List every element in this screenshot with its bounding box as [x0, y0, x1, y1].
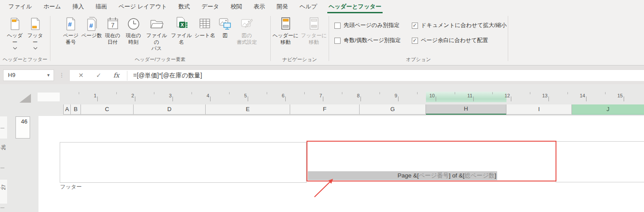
- ruler-number: 11: [455, 93, 472, 98]
- tab-data[interactable]: データ: [196, 0, 225, 13]
- page-number-button[interactable]: #ページ 番号: [61, 15, 81, 55]
- checked-checkbox-icon[interactable]: ✓: [412, 23, 418, 29]
- button-label: 図: [222, 32, 228, 39]
- tab-file[interactable]: ファイル: [3, 0, 38, 13]
- ruler-number: 3: [154, 93, 172, 98]
- column-header-B[interactable]: B: [71, 104, 81, 115]
- button-label: ファイルの パス: [144, 32, 169, 52]
- column-header-C[interactable]: C: [81, 104, 134, 115]
- chevron-down-icon: [13, 46, 17, 50]
- vertical-ruler-tick: [0, 208, 4, 208]
- ruler-tick: [248, 96, 248, 101]
- footer-icon: [28, 16, 43, 31]
- button-label: ヘッダー: [5, 32, 25, 45]
- checked-checkbox-icon[interactable]: ✓: [412, 38, 418, 44]
- tab-insert[interactable]: 挿入: [67, 0, 90, 13]
- ruler-number: 7: [304, 93, 322, 98]
- ruler-half-tick: [267, 92, 267, 94]
- group-label: オプション: [329, 56, 508, 63]
- tab-page-layout[interactable]: ページ レイアウト: [113, 0, 173, 13]
- column-header-D[interactable]: D: [134, 104, 206, 115]
- checkbox-label: ドキュメントに合わせて拡大/縮小: [421, 22, 507, 29]
- formula-bar-divider: [127, 71, 127, 81]
- column-header-H[interactable]: H: [426, 104, 506, 115]
- column-header-E[interactable]: E: [206, 104, 290, 115]
- vertical-ruler-tick: [0, 128, 4, 128]
- ruler-tick: [323, 96, 323, 101]
- footer-section-center[interactable]: Page &[ページ番号] of &[総ページ数]: [307, 141, 556, 181]
- tab-draw[interactable]: 描画: [90, 0, 113, 13]
- tab-home[interactable]: ホーム: [38, 0, 67, 13]
- ruler-half-tick: [229, 92, 230, 94]
- page-count-button[interactable]: #ページ数: [81, 15, 102, 55]
- svg-text:7: 7: [111, 22, 115, 29]
- cancel-button[interactable]: ✕: [73, 70, 88, 81]
- group-options: 先頭ページのみ別指定奇数/偶数ページ別指定✓ドキュメントに合わせて拡大/縮小✓ペ…: [329, 14, 508, 65]
- column-header-I[interactable]: I: [506, 104, 572, 115]
- tab-help[interactable]: ヘルプ: [294, 0, 323, 13]
- insert-function-button[interactable]: fx: [109, 70, 124, 81]
- ruler-number: 4: [192, 93, 209, 98]
- row-header-46[interactable]: 46: [15, 116, 30, 139]
- checkbox-scale-with-doc[interactable]: ✓ドキュメントに合わせて拡大/縮小: [412, 22, 508, 29]
- name-box[interactable]: H9 ▼: [3, 69, 54, 81]
- ruler-tick: [172, 96, 173, 101]
- sheet-area: 123456789101112131415 ABCDEFGHIJ 2627 46…: [0, 84, 644, 212]
- ruler-half-tick: [605, 92, 606, 94]
- unchecked-checkbox-icon[interactable]: [334, 23, 341, 29]
- tab-header-footer[interactable]: ヘッダーとフッター: [323, 0, 387, 13]
- current-date-button[interactable]: 7現在の 日付: [102, 15, 123, 55]
- unchecked-checkbox-icon[interactable]: [334, 38, 341, 44]
- file-name-button[interactable]: Xファイル名: [169, 15, 193, 55]
- ruler-half-tick: [530, 92, 530, 94]
- formula-input[interactable]: =[@単価]*[@在庫の数量]: [128, 70, 642, 81]
- checkbox-odd-even[interactable]: 奇数/偶数ページ別指定: [334, 37, 402, 44]
- button-label: 図の 書式設定: [237, 32, 257, 45]
- picture-format-icon: [239, 16, 254, 31]
- tab-review[interactable]: 校閲: [225, 0, 248, 13]
- enter-button[interactable]: ✓: [91, 70, 106, 81]
- column-header-G[interactable]: G: [360, 104, 426, 115]
- tab-formulas[interactable]: 数式: [173, 0, 196, 13]
- ruler-half-tick: [455, 92, 455, 94]
- ruler-number: 14: [567, 93, 585, 98]
- sheet-name-button[interactable]: シート名: [193, 15, 216, 55]
- file-path-button[interactable]: ファイルの パス: [144, 15, 169, 55]
- group-label: ナビゲーション: [271, 56, 329, 63]
- group-header-footer-elements: #ページ 番号#ページ数7現在の 日付現在の 時刻ファイルの パスXファイル名シ…: [50, 14, 270, 65]
- ruler-number: 12: [492, 93, 510, 98]
- header-button[interactable]: ヘッダー: [5, 15, 25, 55]
- tab-developer[interactable]: 開発: [271, 0, 294, 13]
- footer-button[interactable]: フッター: [25, 15, 46, 55]
- button-label: フッター: [25, 32, 46, 45]
- ruler-tick: [210, 96, 211, 101]
- footer-section-right[interactable]: [556, 141, 644, 182]
- vertical-ruler-tick: [0, 168, 4, 168]
- column-header-F[interactable]: F: [290, 104, 360, 115]
- checkbox-align-margins[interactable]: ✓ページ余白に合わせて配置: [412, 37, 508, 44]
- footer-code-text[interactable]: Page &[ページ番号] of &[総ページ数]: [308, 171, 497, 180]
- checkbox-first-page[interactable]: 先頭ページのみ別指定: [334, 22, 402, 29]
- page-count-icon: #: [84, 16, 99, 31]
- column-header-J[interactable]: J: [572, 104, 644, 115]
- options-checkboxes: 先頭ページのみ別指定奇数/偶数ページ別指定✓ドキュメントに合わせて拡大/縮小✓ペ…: [329, 14, 508, 44]
- chevron-down-icon: [33, 46, 38, 50]
- go-header-icon: [278, 16, 293, 31]
- select-all-button[interactable]: [19, 94, 31, 103]
- formula-bar-handle[interactable]: ⋮: [59, 69, 65, 81]
- tab-view[interactable]: 表示: [248, 0, 271, 13]
- current-time-button[interactable]: 現在の 時刻: [123, 15, 144, 55]
- file-path-icon: [149, 16, 164, 31]
- name-box-dropdown-icon[interactable]: ▼: [46, 70, 50, 81]
- footer-section-left[interactable]: [60, 142, 307, 183]
- ruler-margin-box: [38, 93, 60, 101]
- column-header-A[interactable]: A: [63, 104, 71, 115]
- ruler-half-tick: [342, 92, 342, 94]
- ruler-tick: [360, 96, 361, 101]
- group-header-footer: ヘッダーフッター ヘッダーとフッター: [0, 14, 50, 65]
- go-header-button[interactable]: ヘッダーに 移動: [272, 15, 300, 55]
- column-headers: ABCDEFGHIJ: [0, 104, 644, 115]
- ruler-half-tick: [192, 92, 192, 94]
- picture-button[interactable]: 図: [216, 15, 234, 55]
- go-footer-button: フッターに 移動: [300, 15, 328, 55]
